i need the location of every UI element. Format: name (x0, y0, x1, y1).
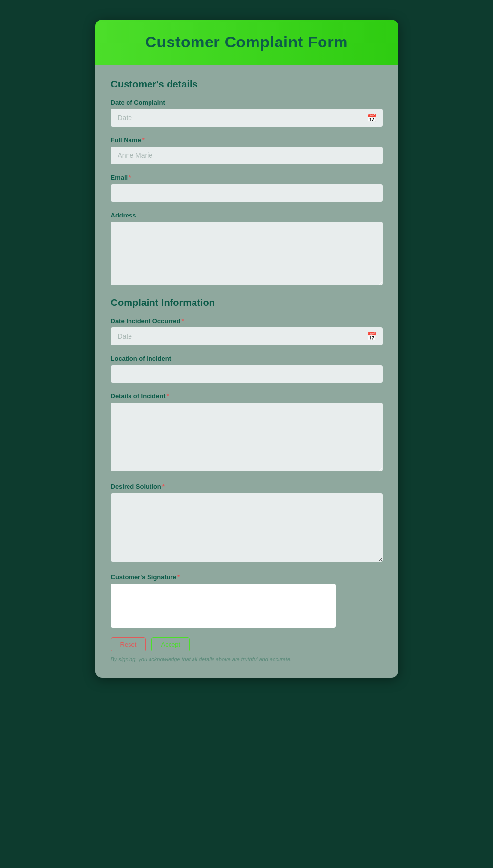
date-incident-input[interactable] (111, 327, 383, 345)
date-incident-group: Date Incident Occurred* 📅 (111, 317, 383, 345)
signature-box[interactable] (111, 584, 336, 628)
date-incident-wrapper: 📅 (111, 327, 383, 345)
full-name-required: * (142, 136, 145, 144)
disclaimer-text: By signing, you acknowledge that all det… (111, 656, 383, 662)
desired-solution-required: * (162, 483, 165, 490)
customers-details-section: Customer's details Date of Complaint 📅 F… (111, 79, 383, 287)
location-group: Location of incident (111, 355, 383, 383)
date-incident-required: * (182, 317, 184, 325)
form-body: Customer's details Date of Complaint 📅 F… (95, 65, 398, 678)
address-label: Address (111, 212, 383, 219)
signature-group: Customer's Signature* (111, 573, 383, 628)
email-required: * (129, 174, 131, 181)
full-name-label: Full Name* (111, 136, 383, 144)
address-input[interactable] (111, 222, 383, 285)
full-name-input[interactable] (111, 147, 383, 164)
desired-solution-label: Desired Solution* (111, 483, 383, 490)
complaint-information-title: Complaint Information (111, 297, 383, 308)
accept-button[interactable]: Accept (151, 637, 190, 651)
email-group: Email* (111, 174, 383, 202)
date-of-complaint-wrapper: 📅 (111, 109, 383, 127)
form-header: Customer Complaint Form (95, 20, 398, 65)
signature-required: * (177, 573, 180, 581)
signature-label: Customer's Signature* (111, 573, 383, 581)
address-group: Address (111, 212, 383, 287)
customers-details-title: Customer's details (111, 79, 383, 90)
desired-solution-input[interactable] (111, 493, 383, 562)
complaint-information-section: Complaint Information Date Incident Occu… (111, 297, 383, 662)
email-input[interactable] (111, 184, 383, 202)
full-name-group: Full Name* (111, 136, 383, 164)
button-row: Reset Accept (111, 637, 383, 651)
date-incident-label: Date Incident Occurred* (111, 317, 383, 325)
email-label: Email* (111, 174, 383, 181)
details-group: Details of Incident* (111, 392, 383, 473)
details-required: * (166, 392, 169, 400)
details-input[interactable] (111, 403, 383, 471)
location-input[interactable] (111, 365, 383, 383)
desired-solution-group: Desired Solution* (111, 483, 383, 564)
details-label: Details of Incident* (111, 392, 383, 400)
location-label: Location of incident (111, 355, 383, 362)
date-of-complaint-group: Date of Complaint 📅 (111, 99, 383, 127)
date-of-complaint-input[interactable] (111, 109, 383, 127)
form-title: Customer Complaint Form (105, 33, 388, 51)
reset-button[interactable]: Reset (111, 637, 146, 651)
date-of-complaint-label: Date of Complaint (111, 99, 383, 106)
form-container: Customer Complaint Form Customer's detai… (95, 20, 398, 678)
